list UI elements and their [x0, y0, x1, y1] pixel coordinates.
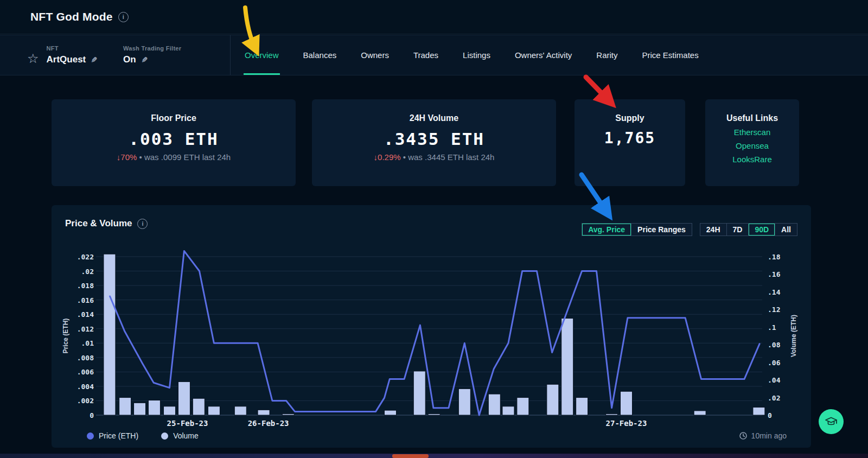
price-volume-chart[interactable]: 0.002.004.006.008.01.012.014.016.018.02.…	[52, 239, 811, 429]
legend-price-eth: Price (ETH)	[87, 431, 138, 440]
volume-bar	[561, 319, 573, 415]
floor-price-card: Floor Price .003 ETH ↓70% • was .0099 ET…	[52, 99, 296, 186]
volume-24h-title: 24H Volume	[312, 113, 556, 123]
favorite-star-icon[interactable]: ☆	[27, 52, 39, 65]
supply-card: Supply 1,765	[575, 99, 685, 186]
chart-range-24h-button[interactable]: 24H	[700, 224, 726, 236]
nft-selector[interactable]: NFT ArtQuest✎	[47, 45, 97, 65]
y-right-tick: .06	[768, 359, 781, 367]
volume-bar	[178, 381, 190, 415]
chart-range-90d-button[interactable]: 90D	[748, 224, 775, 236]
tab-owners[interactable]: Owners	[361, 35, 389, 75]
chart-controls: Avg. PricePrice Ranges 24H7D90DAll	[582, 223, 797, 236]
y-left-tick: .02	[81, 268, 94, 276]
link-etherscan[interactable]: Etherscan	[705, 128, 799, 137]
chart-range-group: 24H7D90DAll	[700, 223, 797, 236]
volume-bar	[576, 398, 588, 415]
y-right-tick: 0	[768, 411, 772, 419]
volume-bar	[148, 400, 160, 415]
volume-bar	[134, 403, 146, 415]
y-right-tick: .1	[768, 323, 776, 332]
floor-price-change: ↓70% • was .0099 ETH last 24h	[52, 152, 296, 162]
y-left-tick: .022	[77, 253, 94, 261]
bottom-banner-button[interactable]	[392, 454, 429, 458]
graduation-cap-icon	[824, 414, 839, 429]
tab-price-estimates[interactable]: Price Estimates	[642, 35, 698, 75]
legend-dot	[87, 432, 94, 440]
x-tick: 26-Feb-23	[248, 419, 289, 428]
tab-trades[interactable]: Trades	[413, 35, 438, 75]
y-right-tick: .08	[768, 341, 781, 349]
tab-listings[interactable]: Listings	[463, 35, 490, 75]
y-left-axis-title: Price (ETH)	[62, 319, 69, 354]
y-left-tick: .014	[77, 310, 94, 319]
y-right-axis-title: Volume (ETH)	[790, 315, 797, 357]
floor-price-title: Floor Price	[52, 113, 296, 123]
volume-bar	[694, 411, 706, 415]
x-tick: 25-Feb-23	[167, 419, 208, 428]
edit-icon[interactable]: ✎	[139, 56, 148, 63]
nft-name[interactable]: ArtQuest✎	[47, 54, 97, 65]
y-left-tick: .004	[77, 383, 94, 391]
price-volume-card: Price & Volume i Avg. PricePrice Ranges …	[52, 205, 811, 448]
useful-links-list: EtherscanOpenseaLooksRare	[705, 128, 799, 164]
volume-bar	[208, 406, 220, 415]
y-right-tick: .14	[768, 288, 781, 296]
price-line	[110, 251, 760, 415]
tab-owners-activity[interactable]: Owners' Activity	[515, 35, 572, 75]
chart-header: Price & Volume i	[65, 218, 148, 229]
edit-icon[interactable]: ✎	[90, 56, 98, 63]
volume-bar	[413, 371, 425, 415]
volume-24h-change: ↓0.29% • was .3445 ETH last 24h	[312, 152, 556, 162]
volume-bar	[428, 414, 440, 415]
nft-label: NFT	[47, 45, 97, 52]
x-tick: 27-Feb-23	[606, 419, 647, 428]
bottom-banner	[0, 454, 868, 458]
y-right-tick: .18	[768, 253, 781, 261]
chart-title: Price & Volume	[65, 218, 132, 229]
help-chat-button[interactable]	[819, 409, 844, 434]
tab-overview[interactable]: Overview	[245, 35, 279, 75]
chart-mode-avg-price-button[interactable]: Avg. Price	[582, 224, 631, 236]
y-left-tick: .006	[77, 368, 94, 376]
y-left-tick: .002	[77, 397, 94, 405]
y-left-tick: .01	[81, 339, 94, 347]
tab-rarity[interactable]: Rarity	[596, 35, 617, 75]
useful-links-title: Useful Links	[705, 113, 799, 123]
clock-refresh-icon	[739, 431, 748, 440]
volume-24h-card: 24H Volume .3435 ETH ↓0.29% • was .3445 …	[312, 99, 556, 186]
red-arrow	[586, 77, 609, 100]
volume-bar	[488, 394, 500, 415]
supply-title: Supply	[575, 113, 685, 123]
legend-dot	[161, 432, 168, 440]
top-header: NFT God Mode i	[0, 0, 868, 34]
volume-bar	[234, 406, 246, 415]
info-icon[interactable]: i	[118, 12, 129, 22]
wash-trading-filter[interactable]: Wash Trading Filter On✎	[123, 45, 181, 65]
y-right-tick: .02	[768, 394, 780, 402]
y-left-tick: .008	[77, 354, 94, 362]
y-right-tick: .12	[768, 306, 780, 314]
wash-trading-filter-value[interactable]: On✎	[123, 54, 181, 65]
volume-bar	[282, 414, 294, 415]
chart-mode-group: Avg. PricePrice Ranges	[582, 223, 692, 236]
legend-volume: Volume	[161, 431, 199, 440]
chart-range-all-button[interactable]: All	[775, 224, 797, 236]
info-icon[interactable]: i	[137, 219, 148, 229]
y-left-tick: 0	[90, 411, 94, 419]
volume-bar	[384, 410, 396, 415]
volume-bar	[606, 414, 618, 415]
filter-section: ☆ NFT ArtQuest✎ Wash Trading Filter On✎	[0, 35, 231, 75]
link-opensea[interactable]: Opensea	[705, 141, 799, 150]
chart-mode-price-ranges-button[interactable]: Price Ranges	[631, 224, 692, 236]
floor-price-value: .003 ETH	[52, 129, 296, 149]
nav-tabs: OverviewBalancesOwnersTradesListingsOwne…	[231, 35, 699, 75]
volume-bar	[164, 406, 176, 415]
tab-balances[interactable]: Balances	[303, 35, 337, 75]
wash-trading-filter-label: Wash Trading Filter	[123, 45, 181, 52]
chart-range-7d-button[interactable]: 7D	[726, 224, 749, 236]
y-left-tick: .016	[77, 296, 94, 304]
link-looksrare[interactable]: LooksRare	[705, 155, 799, 164]
volume-bar	[193, 398, 205, 415]
volume-bar	[119, 398, 131, 415]
